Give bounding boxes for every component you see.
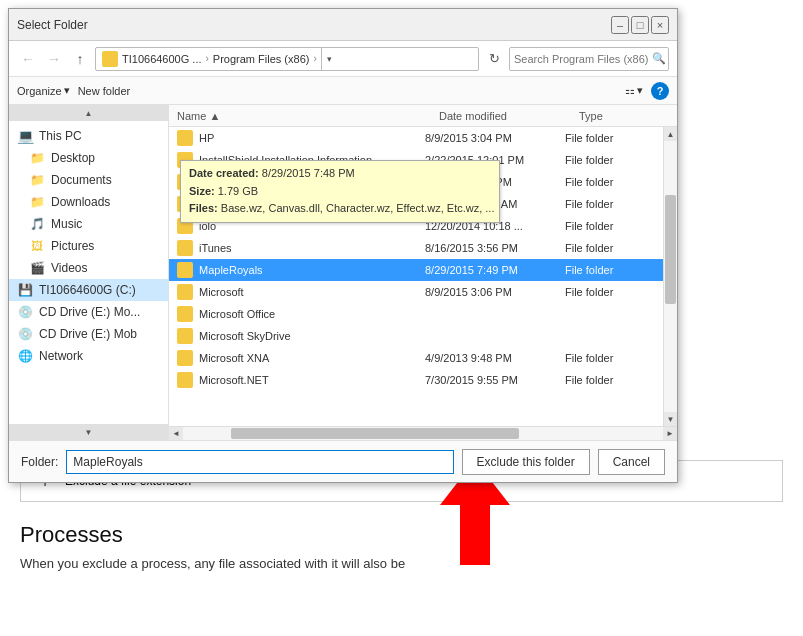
sidebar-item-network[interactable]: 🌐 Network: [9, 345, 168, 367]
sidebar-scroll-down[interactable]: ▼: [9, 424, 168, 440]
dialog-title: Select Folder: [17, 18, 609, 32]
organize-arrow-icon: ▾: [64, 84, 70, 97]
breadcrumb-bar[interactable]: TI10664600G ... › Program Files (x86) › …: [95, 47, 479, 71]
sidebar-label-pictures: Pictures: [51, 239, 94, 253]
table-row[interactable]: Microsoft XNA4/9/2013 9:48 PMFile folder: [169, 347, 663, 369]
main-content: ▲ 💻 This PC 📁 Desktop 📁 Documents: [9, 105, 677, 440]
scroll-thumb: [665, 195, 676, 303]
file-header: Name ▲ Date modified Type: [169, 105, 677, 127]
up-button[interactable]: ↑: [69, 48, 91, 70]
col-type-header[interactable]: Type: [579, 110, 669, 122]
search-input[interactable]: [514, 53, 652, 65]
sidebar-scroll-up[interactable]: ▲: [9, 105, 168, 121]
file-date: 7/30/2015 9:55 PM: [425, 374, 565, 386]
file-type: File folder: [565, 154, 655, 166]
sidebar-label-network: Network: [39, 349, 83, 363]
file-type: File folder: [565, 264, 655, 276]
tooltip-size-value: 1.79 GB: [218, 185, 258, 197]
tooltip-date-label: Date created:: [189, 167, 259, 179]
back-button[interactable]: ←: [17, 48, 39, 70]
breadcrumb-sep1: ›: [206, 53, 209, 64]
tooltip-files: Files: Base.wz, Canvas.dll, Character.wz…: [189, 200, 491, 218]
file-name: Microsoft SkyDrive: [199, 330, 425, 342]
drive-icon-cd-mo: 💿: [17, 304, 33, 320]
file-date: 8/9/2015 3:04 PM: [425, 132, 565, 144]
organize-button[interactable]: Organize ▾: [17, 84, 70, 97]
folder-icon: [177, 372, 193, 388]
bottom-bar: Folder: Exclude this folder Cancel: [9, 440, 677, 482]
col-name-header[interactable]: Name ▲: [177, 110, 439, 122]
forward-button[interactable]: →: [43, 48, 65, 70]
table-row[interactable]: iTunes8/16/2015 3:56 PMFile folder: [169, 237, 663, 259]
refresh-button[interactable]: ↻: [483, 48, 505, 70]
organize-toolbar: Organize ▾ New folder ⚏ ▾ ?: [9, 77, 677, 105]
file-name: MapleRoyals: [199, 264, 425, 276]
scroll-track[interactable]: [664, 141, 677, 412]
maximize-button[interactable]: □: [631, 16, 649, 34]
table-row[interactable]: Microsoft Office: [169, 303, 663, 325]
col-date-header[interactable]: Date modified: [439, 110, 579, 122]
folder-icon-downloads: 📁: [29, 194, 45, 210]
file-area: Name ▲ Date modified Type HP8/9/2015 3:0…: [169, 105, 677, 440]
folder-label: Folder:: [21, 455, 58, 469]
sidebar-item-this-pc[interactable]: 💻 This PC: [9, 125, 168, 147]
view-button[interactable]: ⚏ ▾: [625, 84, 643, 97]
exclude-folder-button[interactable]: Exclude this folder: [462, 449, 590, 475]
vertical-scrollbar[interactable]: ▲ ▼: [663, 127, 677, 426]
breadcrumb-dropdown[interactable]: ▾: [321, 48, 337, 70]
folder-icon: [177, 284, 193, 300]
folder-input[interactable]: [66, 450, 453, 474]
scroll-left-arrow[interactable]: ◄: [169, 427, 183, 440]
sidebar-label-this-pc: This PC: [39, 129, 82, 143]
title-bar: Select Folder – □ ×: [9, 9, 677, 41]
sidebar-item-desktop[interactable]: 📁 Desktop: [9, 147, 168, 169]
cancel-button[interactable]: Cancel: [598, 449, 665, 475]
help-button[interactable]: ?: [651, 82, 669, 100]
horizontal-scrollbar[interactable]: ◄ ►: [169, 426, 677, 440]
sidebar-item-cd-drive-mob[interactable]: 💿 CD Drive (E:) Mob: [9, 323, 168, 345]
file-name: Microsoft Office: [199, 308, 425, 320]
folder-icon: [177, 350, 193, 366]
sidebar-item-documents[interactable]: 📁 Documents: [9, 169, 168, 191]
folder-icon: [102, 51, 118, 67]
table-row[interactable]: MapleRoyals8/29/2015 7:49 PMFile folder: [169, 259, 663, 281]
sidebar-item-downloads[interactable]: 📁 Downloads: [9, 191, 168, 213]
search-bar[interactable]: 🔍: [509, 47, 669, 71]
folder-icon-music: 🎵: [29, 216, 45, 232]
file-type: File folder: [565, 132, 655, 144]
sidebar-item-cd-drive-mo[interactable]: 💿 CD Drive (E:) Mo...: [9, 301, 168, 323]
folder-icon: [177, 328, 193, 344]
folder-icon: [177, 240, 193, 256]
file-type: File folder: [565, 374, 655, 386]
scroll-down-arrow[interactable]: ▼: [664, 412, 677, 426]
table-row[interactable]: Microsoft8/9/2015 3:06 PMFile folder: [169, 281, 663, 303]
file-type: File folder: [565, 220, 655, 232]
drive-icon-cd-mob: 💿: [17, 326, 33, 342]
file-type: File folder: [565, 198, 655, 210]
view-icon: ⚏: [625, 84, 635, 97]
sidebar-item-videos[interactable]: 🎬 Videos: [9, 257, 168, 279]
scroll-up-arrow[interactable]: ▲: [664, 127, 677, 141]
table-row[interactable]: Microsoft SkyDrive: [169, 325, 663, 347]
minimize-button[interactable]: –: [611, 16, 629, 34]
new-folder-button[interactable]: New folder: [78, 85, 131, 97]
sidebar-label-cd-mob: CD Drive (E:) Mob: [39, 327, 137, 341]
sidebar-label-desktop: Desktop: [51, 151, 95, 165]
table-row[interactable]: HP8/9/2015 3:04 PMFile folder: [169, 127, 663, 149]
file-date: 4/9/2013 9:48 PM: [425, 352, 565, 364]
folder-icon-docs: 📁: [29, 172, 45, 188]
close-button[interactable]: ×: [651, 16, 669, 34]
folder-icon-desktop: 📁: [29, 150, 45, 166]
sidebar-label-music: Music: [51, 217, 82, 231]
sidebar-item-ti-drive[interactable]: 💾 TI10664600G (C:): [9, 279, 168, 301]
col-name-label: Name: [177, 110, 206, 122]
drive-icon-ti: 💾: [17, 282, 33, 298]
scroll-right-arrow[interactable]: ►: [663, 427, 677, 440]
view-arrow-icon: ▾: [637, 84, 643, 97]
table-row[interactable]: Microsoft.NET7/30/2015 9:55 PMFile folde…: [169, 369, 663, 391]
scroll-track-h[interactable]: [183, 427, 663, 440]
sidebar-item-pictures[interactable]: 🖼 Pictures: [9, 235, 168, 257]
select-folder-dialog: Select Folder – □ × ← → ↑ TI10664600G ..…: [8, 8, 678, 483]
sidebar-item-music[interactable]: 🎵 Music: [9, 213, 168, 235]
sidebar-label-downloads: Downloads: [51, 195, 110, 209]
